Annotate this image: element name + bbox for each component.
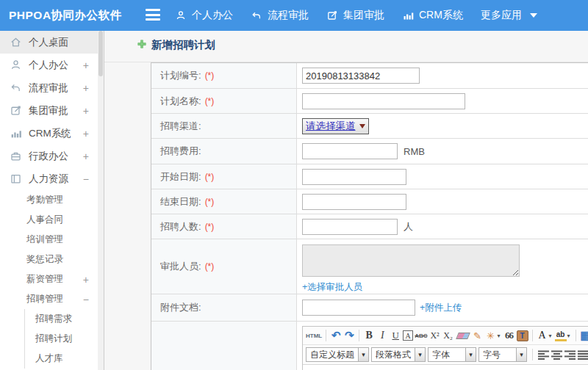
process-icon bbox=[10, 81, 22, 94]
autotypeset-button[interactable]: A bbox=[403, 330, 413, 341]
approver-textarea[interactable] bbox=[302, 244, 520, 277]
editor-content-area[interactable] bbox=[303, 365, 588, 370]
sidebar-item-human-resources[interactable]: 人力资源 − bbox=[0, 167, 98, 190]
main-content: 新增招聘计划 计划编号:(*) 计划名称:(*) 招聘渠道: bbox=[104, 31, 588, 370]
rich-text-editor: HTML↶↷BIUAABCX²X₂✎✳▾66TA▾ab▾▦ 自定义标题 段落格式… bbox=[302, 326, 588, 370]
plan-no-label: 计划编号:(*) bbox=[151, 63, 297, 88]
cost-label: 招聘费用: bbox=[151, 139, 297, 164]
sidebar-item-admin-office[interactable]: 行政办公 + bbox=[0, 145, 98, 167]
choose-approver-link[interactable]: +选择审批人员 bbox=[302, 281, 362, 294]
sidebar-scrollbar-thumb[interactable] bbox=[98, 31, 103, 76]
expand-plus-icon[interactable]: + bbox=[83, 82, 89, 94]
align-left-icon[interactable] bbox=[538, 350, 549, 360]
sidebar-subsubitem[interactable]: 人才库 bbox=[25, 349, 98, 369]
top-menu: 个人办公 流程审批 集团审批 CRM系统 更多应用 bbox=[175, 0, 537, 31]
plan-name-input[interactable] bbox=[302, 93, 465, 109]
hamburger-menu-icon[interactable] bbox=[146, 9, 160, 21]
required-mark: (*) bbox=[205, 261, 215, 272]
expand-plus-icon[interactable]: + bbox=[83, 59, 89, 71]
channel-select[interactable]: 请选择渠道 bbox=[302, 118, 369, 134]
form-row-start-date: 开始日期:(*) bbox=[151, 164, 588, 189]
bold-button[interactable]: B bbox=[363, 329, 375, 342]
caret-down-icon[interactable]: ▾ bbox=[496, 329, 502, 342]
form-row-cost: 招聘费用: RMB bbox=[151, 139, 588, 164]
separator[interactable] bbox=[359, 330, 359, 341]
superscript-button[interactable]: X² bbox=[429, 329, 441, 342]
end-date-input[interactable] bbox=[302, 194, 406, 210]
custom-title-dropdown[interactable]: 自定义标题 bbox=[306, 347, 369, 362]
topmenu-personal-office[interactable]: 个人办公 bbox=[175, 9, 233, 22]
editor-toolbar-row2: 自定义标题 段落格式 字体 字号 bbox=[303, 345, 588, 365]
home-icon bbox=[10, 36, 22, 48]
italic-button[interactable]: I bbox=[376, 329, 388, 342]
remove-format-eraser-icon[interactable] bbox=[456, 333, 470, 339]
caret-down-icon[interactable]: ▾ bbox=[566, 329, 572, 342]
html-source-button[interactable]: HTML bbox=[306, 329, 322, 342]
sidebar-subitem[interactable]: 招聘管理 − bbox=[0, 289, 98, 309]
expand-plus-icon[interactable]: + bbox=[83, 150, 89, 162]
start-date-label: 开始日期:(*) bbox=[151, 164, 297, 189]
sidebar-item-group-approval[interactable]: 集团审批 + bbox=[0, 99, 98, 122]
caret-down-icon[interactable] bbox=[415, 348, 425, 361]
align-center-icon[interactable] bbox=[551, 350, 562, 360]
strikethrough-button[interactable]: ABC bbox=[415, 329, 427, 342]
bar-chart-icon bbox=[10, 127, 22, 139]
underline-button[interactable]: U bbox=[390, 329, 401, 342]
align-justify-icon[interactable] bbox=[578, 350, 588, 360]
format-brush-icon[interactable]: ✎ bbox=[472, 329, 484, 342]
highlight-color-button[interactable]: ab bbox=[555, 330, 567, 341]
attachment-input[interactable] bbox=[302, 300, 415, 316]
sidebar-scrollbar-track[interactable] bbox=[98, 31, 104, 370]
sidebar-item-personal-desktop[interactable]: 个人桌面 bbox=[0, 31, 98, 54]
sidebar-subitem[interactable]: 考勤管理 bbox=[0, 190, 98, 210]
plan-no-input[interactable] bbox=[302, 68, 420, 84]
paste-icon[interactable]: T bbox=[517, 330, 528, 341]
expand-plus-icon[interactable]: + bbox=[83, 128, 89, 139]
collapse-minus-icon[interactable]: − bbox=[83, 173, 89, 185]
separator[interactable] bbox=[576, 330, 576, 341]
caret-down-icon[interactable] bbox=[465, 348, 476, 361]
headcount-input[interactable] bbox=[302, 219, 398, 235]
separator[interactable] bbox=[532, 330, 533, 341]
approver-label: 审批人员:(*) bbox=[151, 239, 297, 294]
separator[interactable] bbox=[326, 330, 326, 341]
topmenu-crm-system[interactable]: CRM系统 bbox=[402, 9, 463, 22]
form-row-editor: HTML↶↷BIUAABCX²X₂✎✳▾66TA▾ab▾▦ 自定义标题 段落格式… bbox=[151, 322, 588, 370]
expand-plus-icon[interactable]: + bbox=[83, 105, 89, 117]
sidebar-subitem[interactable]: 薪资管理 + bbox=[0, 269, 98, 289]
sidebar-subsubitem[interactable]: 招聘计划 bbox=[25, 329, 98, 349]
attachment-upload-link[interactable]: +附件上传 bbox=[420, 302, 462, 314]
channel-selected-value: 请选择渠道 bbox=[306, 120, 356, 133]
font-size-dropdown[interactable]: 字号 bbox=[478, 347, 527, 362]
align-right-icon[interactable] bbox=[564, 350, 576, 360]
topmenu-more-apps[interactable]: 更多应用 bbox=[481, 9, 537, 22]
sidebar-item-personal-office[interactable]: 个人办公 + bbox=[0, 54, 98, 76]
undo-icon[interactable]: ↶ bbox=[330, 329, 342, 342]
top-bar: PHPOA协同办公软件 个人办公 流程审批 集团审批 CRM系统 更多应用 bbox=[0, 0, 588, 31]
sidebar-subitem[interactable]: 奖惩记录 bbox=[0, 250, 98, 269]
sidebar-item-workflow-approval[interactable]: 流程审批 + bbox=[0, 76, 98, 99]
form-row-plan-no: 计划编号:(*) bbox=[151, 63, 588, 89]
select-arrow-icon bbox=[359, 124, 365, 128]
sidebar-subsubitem[interactable]: 招聘需求 bbox=[25, 309, 98, 329]
font-family-dropdown[interactable]: 字体 bbox=[428, 347, 476, 362]
page-title-row: 新增招聘计划 bbox=[137, 38, 215, 52]
caret-down-icon[interactable] bbox=[516, 348, 526, 361]
auto-format-icon[interactable]: ✳ bbox=[485, 329, 497, 342]
sidebar-item-crm-system[interactable]: CRM系统 + bbox=[0, 122, 98, 145]
caret-down-icon[interactable]: ▾ bbox=[548, 329, 553, 342]
start-date-input[interactable] bbox=[302, 169, 406, 185]
edit-icon bbox=[326, 10, 338, 21]
paragraph-format-dropdown[interactable]: 段落格式 bbox=[371, 347, 426, 362]
topmenu-workflow-approval[interactable]: 流程审批 bbox=[251, 9, 309, 22]
sidebar-subitem[interactable]: 人事合同 bbox=[0, 210, 98, 230]
topmenu-group-approval[interactable]: 集团审批 bbox=[326, 9, 384, 22]
sidebar-subitem[interactable]: 培训管理 bbox=[0, 230, 98, 250]
image-icon[interactable]: ▦ bbox=[580, 329, 588, 342]
redo-icon[interactable]: ↷ bbox=[343, 329, 355, 342]
cost-input[interactable] bbox=[302, 143, 398, 159]
caret-down-icon[interactable] bbox=[358, 348, 368, 361]
blockquote-button[interactable]: 66 bbox=[503, 329, 515, 342]
font-color-button[interactable]: A bbox=[537, 329, 548, 342]
subscript-button[interactable]: X₂ bbox=[442, 329, 454, 342]
